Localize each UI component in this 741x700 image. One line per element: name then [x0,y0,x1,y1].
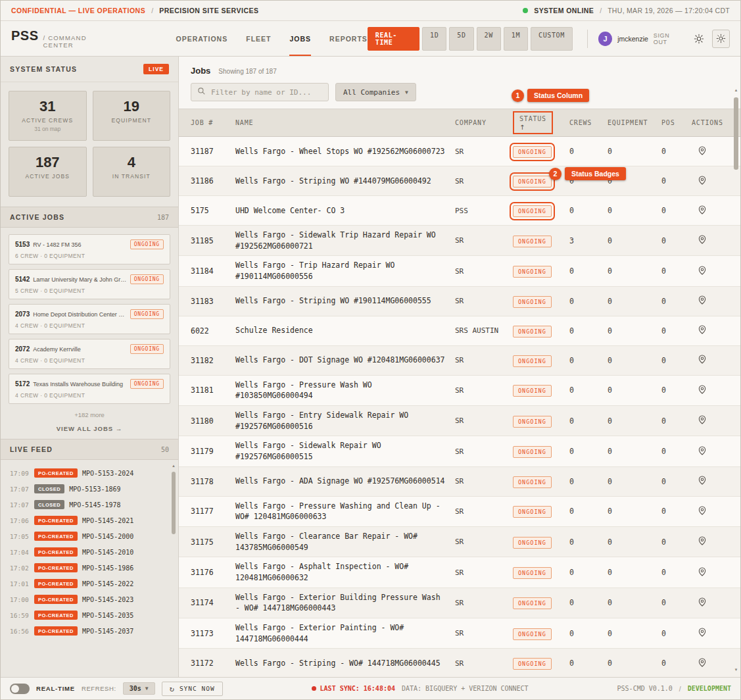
theme-sun-icon[interactable] [694,34,704,44]
table-row[interactable]: 31177 Wells Fargo - Pressure Washing and… [179,497,740,527]
location-pin-icon[interactable] [692,354,707,364]
location-pin-icon[interactable] [692,536,707,546]
range-real-time[interactable]: REAL-TIME [368,27,419,51]
table-row[interactable]: 31175 Wells Fargo - Clearance Bar Repair… [179,527,740,557]
environment-label: DEVELOPMENT [688,685,731,692]
table-row[interactable]: 31174 Wells Fargo - Exterior Building Pr… [179,588,740,618]
table-row[interactable]: 31182 Wells Fargo - DOT Signage WO #1204… [179,346,740,376]
table-scroll-thumb[interactable] [734,97,738,170]
active-job-card[interactable]: 5142 Lamar University Mary & John Gray L… [9,269,170,299]
feed-item[interactable]: 17:04 PO-CREATED MPO-5145-2010 [10,544,166,560]
avatar[interactable]: J [598,32,612,46]
active-job-card[interactable]: 5172 Texas Installs Warehouse Building O… [9,374,170,404]
status-badge: ONGOING [130,309,164,319]
location-pin-icon[interactable] [692,475,707,486]
cell-crews: 0 [569,206,608,215]
feed-item[interactable]: 16:59 PO-CREATED MPO-5145-2035 [10,607,166,623]
cell-equipment: 0 [608,356,661,365]
cell-actions [692,627,731,639]
location-pin-icon[interactable] [692,384,707,395]
feed-item[interactable]: 17:07 CLOSED MPO-5145-1978 [10,497,166,512]
nav-fleet[interactable]: FLEET [246,21,271,56]
location-pin-icon[interactable] [692,445,707,456]
location-pin-icon[interactable] [692,145,707,156]
table-row[interactable]: 31184 Wells Fargo - Trip Hazard Repair W… [179,256,740,286]
table-row[interactable]: 5175 UHD Welcome Center- CO 3 PSS ONGOIN… [179,196,740,226]
display-settings-button[interactable] [712,30,730,48]
cell-name: Wells Fargo - Clearance Bar Repair - WO#… [235,527,455,557]
location-pin-icon[interactable] [692,205,707,215]
feed-item[interactable]: 17:02 PO-CREATED MPO-5145-1986 [10,560,166,576]
range-custom[interactable]: CUSTOM [531,27,573,51]
location-pin-icon[interactable] [692,265,707,276]
table-row[interactable]: 31172 Wells Fargo - Striping - WO# 14471… [179,649,740,677]
cell-crews: 0 [569,568,608,577]
nav-reports[interactable]: REPORTS [329,21,368,56]
table-row[interactable]: 6022 Schulze Residence SRS AUSTIN ONGOIN… [179,316,740,346]
location-pin-icon[interactable] [692,234,707,245]
live-feed-panel: 17:09 PO-CREATED MPO-5153-2024 17:07 CLO… [1,460,178,677]
table-row[interactable]: 31183 Wells Fargo - Striping WO #190114M… [179,287,740,316]
feed-scrollbar[interactable]: ▲ [171,464,176,673]
feed-item[interactable]: 17:05 PO-CREATED MPO-5145-2000 [10,528,166,544]
range-1d[interactable]: 1D [422,27,446,51]
table-row[interactable]: 31187 Wells Fargo - Wheel Stops WO #1925… [179,137,740,166]
location-pin-icon[interactable] [692,414,707,425]
col-pos[interactable]: POS [661,119,692,126]
location-pin-icon[interactable] [692,597,707,607]
feed-item[interactable]: 17:01 PO-CREATED MPO-5145-2022 [10,576,166,591]
table-row[interactable]: 31178 Wells Fargo - ADA Signage WO #1925… [179,467,740,497]
nav-operations[interactable]: OPERATIONS [176,21,228,56]
location-pin-icon[interactable] [692,566,707,577]
feed-scroll-thumb[interactable] [172,472,176,534]
feed-item[interactable]: 17:09 PO-CREATED MPO-5153-2024 [10,465,166,481]
table-scrollbar[interactable]: ▲ ▼ [733,88,739,672]
active-job-card[interactable]: 5153 RV - 1482 FM 356 ONGOING 6 CREW · 0… [9,234,170,264]
range-2w[interactable]: 2W [477,27,501,51]
realtime-toggle[interactable] [10,684,30,694]
scroll-up-icon[interactable]: ▲ [171,464,176,468]
table-row[interactable]: 31173 Wells Fargo - Exterior Painting - … [179,618,740,649]
col-equipment[interactable]: EQUIPMENT [608,119,661,126]
table-row[interactable]: 31179 Wells Fargo - Sidewalk Repair WO #… [179,436,740,466]
table-row[interactable]: 31181 Wells Fargo - Pressure Wash WO #10… [179,376,740,406]
view-all-jobs-link[interactable]: VIEW ALL JOBS → [1,420,178,439]
refresh-interval-select[interactable]: 30s ▼ [123,682,155,695]
col-name[interactable]: NAME [235,119,455,126]
stat-card: 31 ACTIVE CREWS 31 on map [9,91,87,141]
company-filter-value: All Companies [343,88,400,97]
location-pin-icon[interactable] [692,324,707,335]
location-pin-icon[interactable] [692,295,707,305]
table-row[interactable]: 31186 Wells Fargo - Striping WO #144079M… [179,166,740,196]
feed-item[interactable]: 17:06 PO-CREATED MPO-5145-2021 [10,512,166,528]
table-row[interactable]: 31180 Wells Fargo - Entry Sidewalk Repai… [179,406,740,436]
company-filter-select[interactable]: All Companies ▼ [335,83,416,101]
location-pin-icon[interactable] [692,657,707,668]
scroll-up-icon[interactable]: ▲ [733,88,739,92]
app-logo[interactable]: PSS / COMMAND CENTER [11,28,118,49]
table-row[interactable]: 31176 Wells Fargo - Asphalt Inspection -… [179,557,740,588]
feed-item[interactable]: 17:00 PO-CREATED MPO-5145-2023 [10,591,166,607]
location-pin-icon[interactable] [692,627,707,638]
table-row[interactable]: 31185 Wells Fargo - Sidewalk Trip Hazard… [179,226,740,256]
col-crews[interactable]: CREWS [569,119,608,126]
active-job-card[interactable]: 2073 Home Depot Distribution Center Repa… [9,304,170,334]
filter-input[interactable]: Filter by name or ID... [191,83,329,101]
cell-actions [692,265,731,278]
feed-item[interactable]: 17:07 CLOSED MPO-5153-1869 [10,481,166,497]
range-1m[interactable]: 1M [504,27,528,51]
location-pin-icon[interactable] [692,505,707,516]
scroll-down-icon[interactable]: ▼ [733,668,739,672]
col-job-id[interactable]: JOB # [191,119,235,126]
range-5d[interactable]: 5D [449,27,473,51]
col-company[interactable]: COMPANY [455,119,513,126]
signout-link[interactable]: SIGN OUT [654,32,684,45]
feed-item[interactable]: 16:56 PO-CREATED MPO-5145-2037 [10,623,166,639]
sync-status-dot [312,686,316,691]
active-job-card[interactable]: 2072 Academy Kerrville ONGOING 4 CREW · … [9,339,170,369]
col-status[interactable]: STATUS ↑ [513,111,569,134]
location-pin-icon[interactable] [692,175,707,186]
nav-jobs[interactable]: JOBS [289,21,311,56]
cell-crews: 0 [569,356,608,365]
sync-now-button[interactable]: ↻ SYNC NOW [162,682,223,696]
